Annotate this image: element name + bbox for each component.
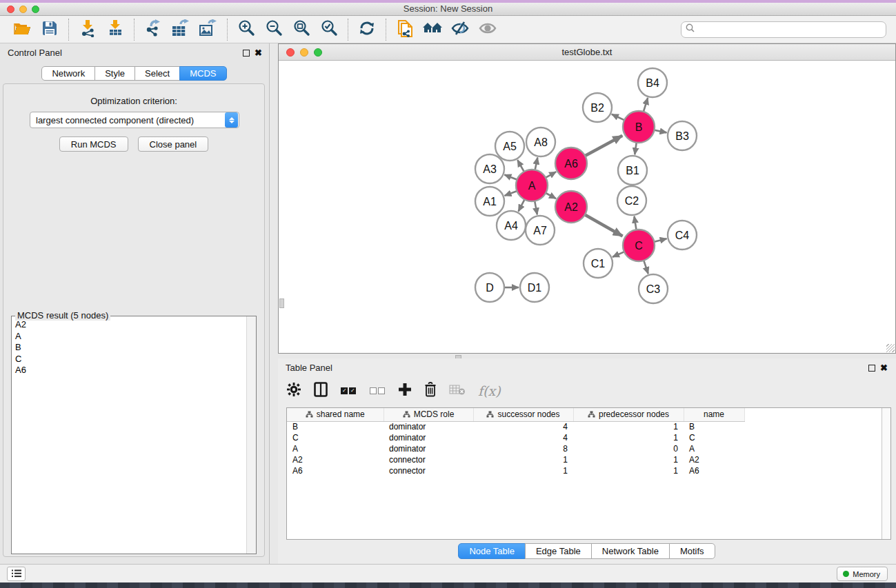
table-cell[interactable]: 0	[573, 443, 684, 454]
node-D[interactable]: D	[475, 273, 504, 302]
table-cell[interactable]: A6	[287, 465, 384, 476]
tab-edge-table[interactable]: Edge Table	[525, 543, 592, 559]
zoom-in-button[interactable]	[232, 18, 260, 41]
table-cell[interactable]: B	[684, 421, 744, 432]
node-D1[interactable]: D1	[520, 273, 549, 302]
mcds-result-list[interactable]: A2ABCA6	[12, 319, 246, 553]
network-resize-corner[interactable]	[886, 344, 895, 352]
column-header-predecessor-nodes[interactable]: predecessor nodes	[573, 408, 684, 421]
network-minimize-traffic-light[interactable]	[300, 48, 308, 57]
column-header-MCDS-role[interactable]: MCDS role	[384, 408, 473, 421]
node-B4[interactable]: B4	[638, 68, 667, 97]
edge-C-C4[interactable]	[653, 239, 666, 242]
memory-button[interactable]: Memory	[837, 567, 888, 581]
node-A6[interactable]: A6	[555, 148, 587, 179]
table-cell[interactable]: 1	[473, 465, 573, 476]
table-cell[interactable]: 1	[573, 421, 684, 432]
tab-network[interactable]: Network	[41, 66, 95, 81]
zoom-fit-button[interactable]	[288, 18, 315, 41]
table-cell[interactable]: 8	[473, 443, 573, 454]
tab-style[interactable]: Style	[94, 66, 135, 81]
float-table-panel-icon[interactable]	[868, 365, 875, 372]
edge-A-A8[interactable]	[535, 158, 537, 171]
save-session-button[interactable]	[36, 18, 63, 41]
table-cell[interactable]: A2	[684, 454, 744, 465]
mcds-result-item[interactable]: A2	[12, 319, 246, 331]
node-A8[interactable]: A8	[526, 128, 555, 156]
column-header-shared-name[interactable]: shared name	[287, 408, 384, 421]
node-C1[interactable]: C1	[584, 249, 613, 278]
node-B[interactable]: B	[623, 111, 655, 143]
node-C3[interactable]: C3	[639, 274, 668, 303]
window-titlebar[interactable]: Session: New Session	[0, 3, 896, 16]
add-column-button[interactable]	[398, 382, 412, 400]
run-mcds-button[interactable]: Run MCDS	[59, 136, 128, 152]
network-canvas[interactable]: AA1A2A3A4A5A6A7A8BB1B2B3B4CC1C2C3C4DD1	[279, 61, 895, 353]
import-network-button[interactable]	[74, 18, 101, 41]
table-cell[interactable]: 4	[473, 421, 573, 432]
network-close-traffic-light[interactable]	[286, 48, 295, 57]
edge-B-B3[interactable]	[654, 130, 667, 132]
node-B3[interactable]: B3	[668, 121, 697, 150]
node-B1[interactable]: B1	[618, 156, 647, 185]
table-cell[interactable]: connector	[384, 454, 473, 465]
deselect-all-button[interactable]	[369, 382, 386, 400]
edge-A-A6[interactable]	[545, 172, 556, 178]
edge-A-A7[interactable]	[535, 201, 537, 215]
mcds-list-scrollbar[interactable]	[246, 316, 256, 554]
mcds-result-item[interactable]: A6	[12, 365, 246, 376]
edge-A2-C[interactable]	[584, 214, 622, 236]
two-houses-button[interactable]	[419, 18, 446, 41]
tab-mcds[interactable]: MCDS	[179, 66, 226, 81]
close-panel-button[interactable]: Close panel	[138, 136, 209, 152]
task-history-button[interactable]	[7, 567, 26, 581]
table-row[interactable]: Cdominator41C	[287, 432, 882, 443]
function-builder-button[interactable]: f(x)	[478, 383, 501, 398]
float-panel-icon[interactable]	[243, 50, 250, 57]
table-scrollbar[interactable]	[882, 408, 890, 539]
tab-network-table[interactable]: Network Table	[591, 543, 670, 559]
export-table-button[interactable]	[167, 18, 195, 41]
node-A2[interactable]: A2	[555, 191, 587, 223]
tab-motifs[interactable]: Motifs	[669, 543, 715, 559]
edge-A-A4[interactable]	[519, 199, 525, 212]
node-C2[interactable]: C2	[617, 186, 646, 215]
criterion-dropdown[interactable]: largest connected component (directed)	[30, 112, 239, 128]
edge-B-B2[interactable]	[612, 114, 625, 121]
delete-column-button[interactable]	[424, 382, 437, 400]
node-A[interactable]: A	[516, 170, 548, 201]
table-cell[interactable]: A6	[684, 465, 744, 476]
table-cell[interactable]: 1	[573, 465, 684, 476]
minimize-traffic-light[interactable]	[19, 6, 27, 13]
node-A4[interactable]: A4	[497, 211, 526, 240]
zoom-out-button[interactable]	[260, 18, 288, 41]
select-all-button[interactable]	[340, 382, 357, 400]
edge-B-B4[interactable]	[644, 98, 648, 112]
table-cell[interactable]: A	[287, 443, 384, 454]
delete-table-button[interactable]	[449, 382, 466, 400]
table-cell[interactable]: connector	[384, 465, 473, 476]
tab-select[interactable]: Select	[135, 66, 180, 81]
table-settings-button[interactable]	[286, 382, 301, 400]
column-header-successor-nodes[interactable]: successor nodes	[473, 408, 573, 421]
table-cell[interactable]: A	[684, 443, 744, 454]
search-input[interactable]	[696, 23, 886, 37]
export-image-button[interactable]	[195, 18, 222, 41]
edge-C-C3[interactable]	[644, 260, 648, 274]
node-A5[interactable]: A5	[495, 132, 524, 161]
mcds-result-item[interactable]: C	[12, 354, 246, 365]
table-cell[interactable]: 1	[573, 432, 684, 443]
node-A1[interactable]: A1	[475, 187, 504, 216]
mcds-result-item[interactable]: A	[12, 331, 246, 343]
node-C4[interactable]: C4	[668, 221, 697, 250]
table-cell[interactable]: dominator	[384, 432, 473, 443]
mcds-result-item[interactable]: B	[12, 342, 246, 354]
hide-selected-button[interactable]	[446, 18, 474, 41]
zoom-traffic-light[interactable]	[32, 6, 39, 13]
table-cell[interactable]: 1	[573, 454, 684, 465]
edge-A6-B[interactable]	[584, 136, 622, 156]
network-window-titlebar[interactable]: testGlobe.txt	[279, 44, 895, 61]
export-network-button[interactable]	[139, 18, 167, 41]
close-traffic-light[interactable]	[7, 6, 14, 13]
table-row[interactable]: Bdominator41B	[287, 421, 882, 432]
